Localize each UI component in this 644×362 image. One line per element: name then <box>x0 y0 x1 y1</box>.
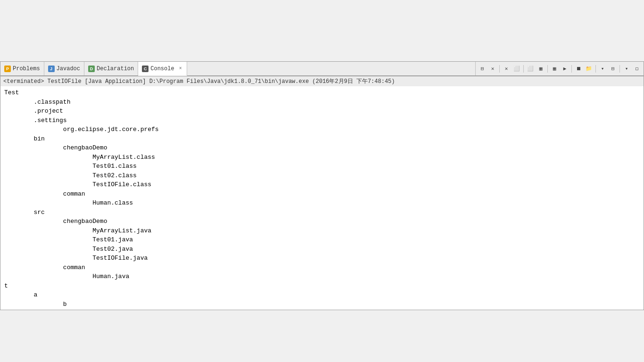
problems-tab-icon: P <box>4 66 11 72</box>
console-tab-close[interactable]: × <box>178 66 183 72</box>
toolbar-btn-0[interactable]: ⊟ <box>478 64 487 74</box>
toolbar-btn-11[interactable]: ⊟ <box>608 64 618 74</box>
toolbar-right: ⊟✕✕⬜⬜▦▦▶⏹📁▾⊟▾◻ <box>475 62 644 75</box>
toolbar-btn-13[interactable]: ◻ <box>632 64 642 74</box>
console-panel: PProblemsJJavadocDDeclarationCConsole× ⊟… <box>0 61 644 113</box>
javadoc-tab-label: Javadoc <box>57 66 80 72</box>
toolbar-separator-1 <box>499 65 500 73</box>
status-text: <terminated> TestIOFile [Java Applicatio… <box>3 78 395 85</box>
toolbar-btn-12[interactable]: ▾ <box>622 64 631 74</box>
tab-declaration[interactable]: DDeclaration <box>84 62 138 75</box>
status-bar: <terminated> TestIOFile [Java Applicatio… <box>0 76 644 86</box>
toolbar-btn-4[interactable]: ⬜ <box>526 64 535 74</box>
toolbar-separator-11 <box>619 65 620 73</box>
problems-tab-label: Problems <box>13 66 40 72</box>
tab-console[interactable]: CConsole× <box>138 62 187 76</box>
declaration-tab-icon: D <box>88 66 95 72</box>
toolbar-btn-5[interactable]: ▦ <box>536 64 545 74</box>
top-area <box>0 0 644 61</box>
toolbar-separator-9 <box>595 65 596 73</box>
console-tab-icon: C <box>142 66 149 72</box>
toolbar-btn-9[interactable]: 📁 <box>584 64 594 74</box>
toolbar-separator-5 <box>547 65 548 73</box>
tab-problems[interactable]: PProblems <box>0 62 44 75</box>
toolbar-btn-10[interactable]: ▾ <box>598 64 607 74</box>
toolbar-btn-7[interactable]: ▶ <box>560 64 570 74</box>
toolbar-separator-3 <box>523 65 524 73</box>
toolbar-separator-7 <box>571 65 572 73</box>
console-tab-label: Console <box>150 66 174 72</box>
javadoc-tab-icon: J <box>48 66 55 72</box>
toolbar-btn-1[interactable]: ✕ <box>488 64 497 74</box>
console-content[interactable]: Test .classpath .project .settings org.e… <box>0 86 644 113</box>
toolbar-btn-3[interactable]: ⬜ <box>512 64 521 74</box>
toolbar-btn-8[interactable]: ⏹ <box>574 64 583 74</box>
tab-javadoc[interactable]: JJavadoc <box>44 62 84 75</box>
toolbar-btn-6[interactable]: ▦ <box>550 64 559 74</box>
tab-bar: PProblemsJJavadocDDeclarationCConsole× ⊟… <box>0 62 644 76</box>
toolbar-btn-2[interactable]: ✕ <box>502 64 511 74</box>
declaration-tab-label: Declaration <box>97 66 134 72</box>
